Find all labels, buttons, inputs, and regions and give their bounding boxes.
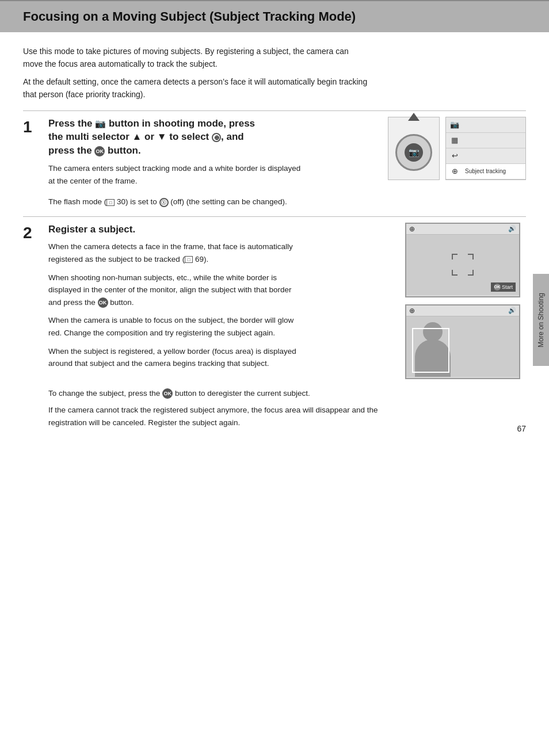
camera-dial-inner: 📷: [405, 143, 423, 162]
page-header: Focusing on a Moving Subject (Subject Tr…: [0, 0, 549, 32]
flash-note-wrapper: The flash mode (□ 30) is set to Ⓧ (off) …: [48, 197, 526, 207]
book-ref-icon: □: [106, 199, 115, 206]
side-tab-label: More on Shooting: [537, 293, 545, 348]
intro-paragraph-1: Use this mode to take pictures of moving…: [23, 45, 368, 71]
focus-rectangle: [412, 328, 449, 373]
main-content: Use this mode to take pictures of moving…: [0, 32, 549, 445]
menu-item-subject-tracking: ⊕ Subject tracking: [446, 164, 525, 180]
step-2-title: Register a subject.: [48, 223, 267, 236]
ok-button-icon: OK: [94, 146, 105, 156]
start-label: Start: [502, 284, 513, 290]
up-arrow-icon: [408, 113, 420, 121]
bottom-note-1: To change the subject, press the OK butt…: [48, 387, 417, 400]
vf-top-icon-right: 🔊: [508, 225, 516, 233]
camera-dial: 📷: [395, 134, 432, 171]
viewfinder-top-bar-2: ⊕ 🔊: [406, 306, 519, 316]
step-1-row: 1 Press the 📷 button in shooting mode, p…: [23, 117, 526, 193]
step-2-body-p3: When the camera is unable to focus on th…: [48, 314, 302, 339]
ok-circle-icon: OK: [494, 284, 501, 291]
vf-top-icon-left: ⊕: [409, 225, 415, 233]
viewfinder-diagram-1: ⊕ 🔊 OK Start: [405, 223, 520, 297]
camera-menu-diagram: 📷 ▦ ↩ ⊕ Subject tracking: [445, 117, 526, 180]
menu-icon-4: ⊕: [449, 166, 460, 177]
step-1-images: 📷 📷 ▦ ↩ ⊕ Subject tracking: [388, 117, 526, 180]
bottom-notes: To change the subject, press the OK butt…: [48, 387, 417, 429]
menu-icon-2: ▦: [449, 135, 460, 146]
step-2-number: 2: [23, 223, 48, 242]
vf2-top-icon-right: 🔊: [508, 307, 516, 315]
step-2-images: ⊕ 🔊 OK Start: [405, 223, 526, 379]
bottom-note-2: If the camera cannot track the registere…: [48, 404, 417, 429]
menu-icon-3: ↩: [449, 151, 460, 161]
menu-camera-icon: 📷: [449, 120, 460, 130]
step-1-number: 1: [23, 117, 48, 136]
page-title: Focusing on a Moving Subject (Subject Tr…: [23, 9, 526, 24]
step-2-body-p4: When the subject is registered, a yellow…: [48, 345, 302, 370]
step-2-content: Register a subject. When the camera dete…: [48, 223, 405, 376]
intro-paragraph-2: At the default setting, once the camera …: [23, 75, 368, 101]
step-1-content: Press the 📷 button in shooting mode, pre…: [48, 117, 382, 193]
book-ref-2: □: [185, 256, 193, 263]
multi-selector-diagram: 📷: [388, 117, 440, 180]
camera-symbol: 📷: [409, 147, 420, 158]
focus-bracket: [452, 254, 474, 276]
flash-note: The flash mode (□ 30) is set to Ⓧ (off) …: [48, 197, 371, 207]
menu-item-3: ↩: [446, 148, 525, 164]
ok-start-bar: OK Start: [491, 282, 516, 292]
vf2-top-icon-left: ⊕: [409, 307, 415, 315]
divider-1: [23, 110, 526, 111]
step-1-body-p1: The camera enters subject tracking mode …: [48, 162, 302, 187]
camera-icon: 📷: [95, 119, 106, 128]
step-1-title: Press the 📷 button in shooting mode, pre…: [48, 117, 267, 158]
menu-item-2: ▦: [446, 133, 525, 148]
step-2-body-p1: When the camera detects a face in the fr…: [48, 240, 302, 265]
step-2-body-p2: When shooting non-human subjects, etc., …: [48, 272, 302, 309]
step-2-body: When the camera detects a face in the fr…: [48, 240, 302, 369]
viewfinder-body-1: OK Start: [406, 235, 519, 295]
menu-item-camera: 📷: [446, 117, 525, 133]
subject-tracking-icon: ⊕: [212, 133, 221, 142]
viewfinder-body-2: [406, 316, 519, 377]
ok-icon-inline-2: OK: [162, 388, 173, 399]
step-2-row: 2 Register a subject. When the camera de…: [23, 223, 526, 379]
viewfinder-diagram-2: ⊕ 🔊: [405, 304, 520, 379]
side-tab: More on Shooting: [533, 274, 549, 366]
page-number: 67: [517, 424, 526, 433]
ok-icon-inline-1: OK: [98, 297, 108, 308]
step-1-body: The camera enters subject tracking mode …: [48, 162, 302, 187]
subject-tracking-menu-label: Subject tracking: [463, 167, 508, 175]
flash-off-icon: Ⓧ: [159, 198, 169, 207]
viewfinder-top-bar-1: ⊕ 🔊: [406, 224, 519, 235]
divider-2: [23, 216, 526, 217]
